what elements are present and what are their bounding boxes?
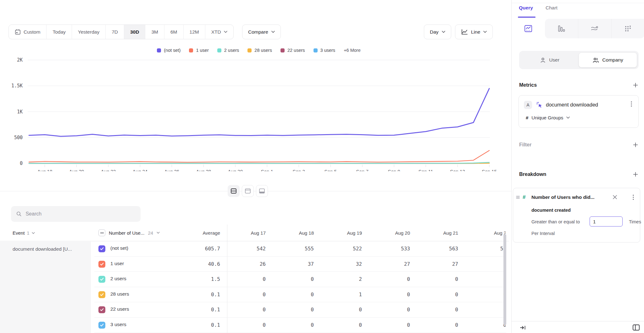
range-12m[interactable]: 12M (183, 25, 205, 39)
value-cell: 555 (275, 241, 323, 257)
value-cell: 0 (275, 287, 323, 303)
range-6m[interactable]: 6M (164, 25, 183, 39)
chevron-down-icon (32, 232, 35, 234)
row-label: (not set) (110, 245, 128, 251)
top-panel-view-button[interactable] (242, 185, 254, 197)
legend-swatch (314, 48, 318, 52)
legend-more-button[interactable]: +6 More (344, 48, 361, 53)
split-view-button[interactable] (228, 185, 240, 197)
svg-text:Sep 5: Sep 5 (325, 169, 337, 171)
series-header-label[interactable]: Number of Use... (109, 230, 144, 236)
legend-item[interactable]: (not set) (157, 48, 180, 53)
value-cell: 27 (371, 257, 419, 272)
series-column-header: Number of Use... 24 (98, 229, 160, 236)
chart-type-tiles (512, 19, 644, 38)
select-all-checkbox[interactable] (98, 229, 105, 236)
range-3m[interactable]: 3M (145, 25, 164, 39)
table-value-row: 54255552253356353 (227, 241, 506, 257)
entity-option-company[interactable]: Company (579, 52, 637, 68)
row-label: 22 users (110, 306, 129, 312)
sidebar-top-divider (512, 3, 644, 3)
tile-bar-chart[interactable] (545, 19, 578, 38)
value-cell: 0 (419, 318, 468, 333)
range-xtd[interactable]: XTD (205, 25, 233, 39)
svg-text:Aug 30: Aug 30 (228, 169, 243, 171)
svg-text:Sep 15: Sep 15 (482, 169, 497, 171)
granularity-button[interactable]: Day (424, 25, 451, 39)
collapse-right-icon[interactable] (520, 325, 526, 330)
metric-kebab-icon[interactable] (631, 101, 632, 108)
line-chart[interactable]: Aug 18Aug 20Aug 22Aug 24Aug 26Aug 28Aug … (0, 57, 511, 171)
tile-line-chart[interactable] (512, 19, 545, 38)
legend-item[interactable]: 22 users (280, 48, 305, 53)
compare-button[interactable]: Compare (242, 25, 281, 39)
add-metric-button[interactable] (633, 83, 638, 89)
indeterminate-checkbox-icon (100, 232, 104, 233)
range-custom[interactable]: Custom (9, 25, 46, 39)
legend-item[interactable]: 1 user (189, 48, 208, 53)
value-cell: 26 (227, 257, 275, 272)
tab-chart[interactable]: Chart (546, 5, 558, 11)
table-header: Event 1 Number of Use... 24 Average Aug … (0, 225, 509, 241)
breakdown-kebab-icon[interactable] (633, 194, 634, 201)
table-value-row: 002000 (227, 272, 506, 287)
range-7d[interactable]: 7D (105, 25, 124, 39)
drag-handle-icon[interactable] (516, 195, 520, 199)
more-chart-types-icon (624, 25, 632, 32)
bottom-panel-view-button[interactable] (256, 185, 268, 197)
range-today[interactable]: Today (46, 25, 71, 39)
breakdown-title[interactable]: Number of Users who did... (531, 194, 595, 200)
chart-type-button[interactable]: Line (455, 25, 493, 39)
legend-swatch (217, 48, 221, 52)
metrics-heading: Metrics (519, 82, 537, 88)
legend-label: 2 users (224, 48, 239, 53)
measure-selector[interactable]: # Unique Groups (526, 115, 570, 120)
legend-swatch (247, 48, 252, 52)
svg-text:Sep 9: Sep 9 (388, 169, 400, 171)
add-filter-button[interactable] (633, 142, 638, 149)
row-checkbox[interactable] (98, 245, 105, 252)
tile-more-chart-types[interactable] (611, 19, 644, 38)
row-average: 605.7 (176, 246, 220, 252)
legend-item[interactable]: 3 users (314, 48, 336, 53)
entity-option-user[interactable]: User (521, 52, 579, 68)
line-chart-tile-icon (524, 25, 532, 32)
breakdown-heading: Breakdown (519, 172, 546, 177)
value-cell: 0 (419, 287, 468, 303)
breakdown-close-icon[interactable] (613, 195, 617, 201)
checkmark-icon (100, 308, 104, 311)
row-checkbox[interactable] (98, 291, 105, 298)
svg-text:Sep 13: Sep 13 (450, 169, 465, 171)
granularity-label: Day (430, 29, 439, 35)
event-list-cell[interactable]: document downloaded [U... (0, 242, 91, 333)
plus-icon (633, 172, 638, 177)
range-30d[interactable]: 30D (124, 25, 145, 39)
metric-card[interactable]: A document downloaded # Unique Groups (519, 95, 639, 128)
legend-item[interactable]: 28 users (247, 48, 272, 53)
row-checkbox[interactable] (98, 322, 105, 329)
panel-toggle-icon[interactable] (632, 324, 640, 331)
add-breakdown-button[interactable] (633, 172, 638, 178)
row-checkbox[interactable] (98, 276, 105, 283)
table-scrollbar[interactable] (503, 234, 506, 325)
value-cell: 533 (371, 241, 419, 257)
query-sidebar: Query Chart User Company (511, 0, 644, 333)
legend-item[interactable]: 2 users (217, 48, 239, 53)
breakdown-threshold-input[interactable] (590, 216, 623, 227)
tab-query[interactable]: Query (519, 5, 533, 11)
event-column-header[interactable]: Event 1 (13, 230, 35, 236)
legend-label: 1 user (196, 48, 208, 53)
bottom-panel-view-icon (259, 188, 265, 194)
table-value-row: 001000 (227, 287, 506, 303)
svg-text:Aug 26: Aug 26 (164, 169, 180, 171)
row-checkbox[interactable] (98, 306, 105, 313)
row-checkbox[interactable] (98, 261, 105, 268)
plus-icon (633, 83, 638, 88)
svg-text:Aug 24: Aug 24 (133, 169, 148, 171)
svg-text:Sep 11: Sep 11 (419, 169, 433, 171)
range-yesterday[interactable]: Yesterday (72, 25, 105, 39)
search-input[interactable] (25, 211, 136, 217)
tile-flow-chart[interactable] (578, 19, 611, 38)
value-cell: 0 (419, 272, 468, 287)
row-label: 3 users (110, 322, 126, 327)
